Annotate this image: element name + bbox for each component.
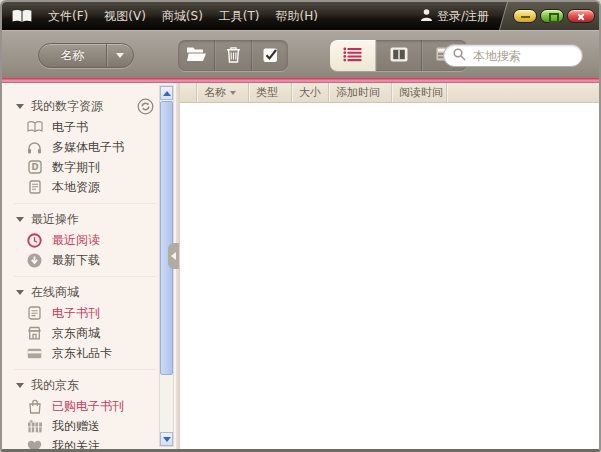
checkbox-check-icon bbox=[262, 46, 279, 66]
column-type[interactable]: 类型 bbox=[249, 83, 292, 102]
list-view-icon bbox=[343, 47, 362, 65]
chevron-down-icon bbox=[116, 53, 124, 58]
sidebar-section-my-jd: 我的京东 已购电子书刊 我的赠送 bbox=[14, 369, 156, 449]
column-label: 阅读时间 bbox=[399, 83, 443, 102]
triangle-down-icon bbox=[16, 104, 24, 109]
login-register-link[interactable]: 登录/注册 bbox=[421, 8, 489, 25]
menu-help[interactable]: 帮助(H) bbox=[268, 2, 326, 30]
heart-icon bbox=[26, 438, 43, 450]
shopping-bag-icon bbox=[26, 398, 43, 415]
menu-bar: 文件(F) 视图(V) 商城(S) 工具(T) 帮助(H) 登录/注册 bbox=[2, 2, 599, 30]
login-register-label: 登录/注册 bbox=[437, 8, 489, 25]
triangle-down-icon bbox=[16, 217, 24, 222]
sidebar-item-ebook-store[interactable]: 电子书刊 bbox=[14, 303, 156, 323]
sidebar-item-label: 本地资源 bbox=[52, 179, 100, 196]
gift-card-icon bbox=[26, 345, 43, 362]
local-search-input[interactable] bbox=[471, 48, 573, 64]
action-button-group bbox=[178, 40, 288, 71]
section-title: 我的数字资源 bbox=[31, 98, 103, 115]
column-added-time[interactable]: 添加时间 bbox=[329, 83, 392, 102]
sidebar-item-multimedia-ebooks[interactable]: 多媒体电子书 bbox=[14, 137, 156, 157]
scrollbar-thumb[interactable] bbox=[160, 101, 173, 375]
chevron-down-icon bbox=[163, 437, 171, 442]
section-title: 我的京东 bbox=[31, 377, 79, 394]
cover-view-icon bbox=[390, 47, 408, 65]
sidebar-item-label: 电子书 bbox=[52, 119, 88, 136]
section-title: 最近操作 bbox=[31, 211, 79, 228]
sort-dropdown-value: 名称 bbox=[39, 44, 106, 67]
open-folder-icon bbox=[186, 46, 207, 65]
gift-boxes-icon bbox=[26, 418, 43, 435]
sidebar-item-label: 京东礼品卡 bbox=[52, 345, 112, 362]
open-book-icon bbox=[26, 119, 43, 136]
column-size[interactable]: 大小 bbox=[292, 83, 329, 102]
sidebar-item-my-gifts[interactable]: 我的赠送 bbox=[14, 416, 156, 436]
sidebar-section-recent: 最近操作 最近阅读 最新下载 bbox=[14, 203, 156, 270]
sidebar-item-recently-read[interactable]: 最近阅读 bbox=[14, 230, 156, 250]
sidebar-item-label: 已购电子书刊 bbox=[52, 398, 124, 415]
scroll-up-button[interactable] bbox=[160, 86, 173, 100]
select-all-button[interactable] bbox=[252, 40, 288, 71]
menu-mall[interactable]: 商城(S) bbox=[154, 2, 211, 30]
column-name[interactable]: 名称 bbox=[197, 83, 249, 102]
sidebar-item-label: 我的赠送 bbox=[52, 418, 100, 435]
sidebar-item-label: 多媒体电子书 bbox=[52, 139, 124, 156]
column-read-time[interactable]: 阅读时间 bbox=[392, 83, 447, 102]
column-select[interactable] bbox=[180, 83, 197, 102]
triangle-down-icon bbox=[16, 383, 24, 388]
sidebar-item-label: 京东商城 bbox=[52, 325, 100, 342]
menu-file[interactable]: 文件(F) bbox=[40, 2, 96, 30]
user-icon bbox=[421, 9, 432, 24]
sidebar-item-local-resources[interactable]: 本地资源 bbox=[14, 177, 156, 197]
svg-text:D: D bbox=[31, 162, 38, 172]
delete-button[interactable] bbox=[215, 40, 252, 71]
sidebar-section-digital-resources: 我的数字资源 电子书 bbox=[14, 95, 156, 197]
refresh-button[interactable] bbox=[137, 98, 154, 115]
menu-view[interactable]: 视图(V) bbox=[96, 2, 154, 30]
sidebar-item-purchased-ebooks[interactable]: 已购电子书刊 bbox=[14, 396, 156, 416]
close-button[interactable] bbox=[567, 9, 595, 23]
sidebar-section-online-mall: 在线商城 电子书刊 京东商城 bbox=[14, 276, 156, 363]
search-icon bbox=[453, 46, 466, 65]
menu-bar-right: 登录/注册 bbox=[421, 2, 599, 30]
triangle-down-icon bbox=[16, 290, 24, 295]
section-title: 在线商城 bbox=[31, 284, 79, 301]
sort-dropdown[interactable]: 名称 bbox=[38, 43, 134, 68]
section-header-recent[interactable]: 最近操作 bbox=[14, 208, 156, 230]
column-label: 名称 bbox=[204, 83, 226, 102]
section-header-digital-resources[interactable]: 我的数字资源 bbox=[14, 95, 156, 117]
column-label: 类型 bbox=[256, 83, 278, 102]
column-filler bbox=[447, 83, 599, 102]
open-folder-button[interactable] bbox=[178, 40, 215, 71]
content-panel: 名称 类型 大小 添加时间 阅读时间 bbox=[180, 83, 599, 449]
collapse-sidebar-handle[interactable] bbox=[168, 243, 179, 269]
sidebar-item-my-follows[interactable]: 我的关注 bbox=[14, 436, 156, 449]
section-header-my-jd[interactable]: 我的京东 bbox=[14, 374, 156, 396]
download-icon bbox=[26, 252, 43, 269]
column-label: 大小 bbox=[299, 83, 321, 102]
cover-view-button[interactable] bbox=[376, 40, 422, 71]
sidebar: 我的数字资源 电子书 bbox=[2, 83, 176, 449]
sidebar-item-label: 电子书刊 bbox=[52, 305, 100, 322]
app-window: 文件(F) 视图(V) 商城(S) 工具(T) 帮助(H) 登录/注册 bbox=[0, 0, 601, 452]
table-body-empty bbox=[180, 103, 599, 449]
store-icon bbox=[26, 325, 43, 342]
table-header: 名称 类型 大小 添加时间 阅读时间 bbox=[180, 83, 599, 103]
maximize-button[interactable] bbox=[540, 9, 564, 23]
sidebar-item-ebooks[interactable]: 电子书 bbox=[14, 117, 156, 137]
sidebar-item-jd-gift-card[interactable]: 京东礼品卡 bbox=[14, 343, 156, 363]
sort-dropdown-arrow-button[interactable] bbox=[106, 44, 133, 67]
menu-tools[interactable]: 工具(T) bbox=[211, 2, 268, 30]
sidebar-item-label: 我的关注 bbox=[52, 438, 100, 450]
minimize-button[interactable] bbox=[513, 9, 537, 23]
search-box bbox=[443, 44, 583, 67]
scroll-down-button[interactable] bbox=[160, 432, 173, 446]
sidebar-item-label: 最新下载 bbox=[52, 252, 100, 269]
body-area: 我的数字资源 电子书 bbox=[2, 83, 599, 449]
sidebar-item-jd-mall[interactable]: 京东商城 bbox=[14, 323, 156, 343]
section-header-online-mall[interactable]: 在线商城 bbox=[14, 281, 156, 303]
list-view-button[interactable] bbox=[330, 40, 376, 71]
clock-icon bbox=[26, 232, 43, 249]
sidebar-item-digital-journals[interactable]: D 数字期刊 bbox=[14, 157, 156, 177]
sidebar-item-latest-downloads[interactable]: 最新下载 bbox=[14, 250, 156, 270]
